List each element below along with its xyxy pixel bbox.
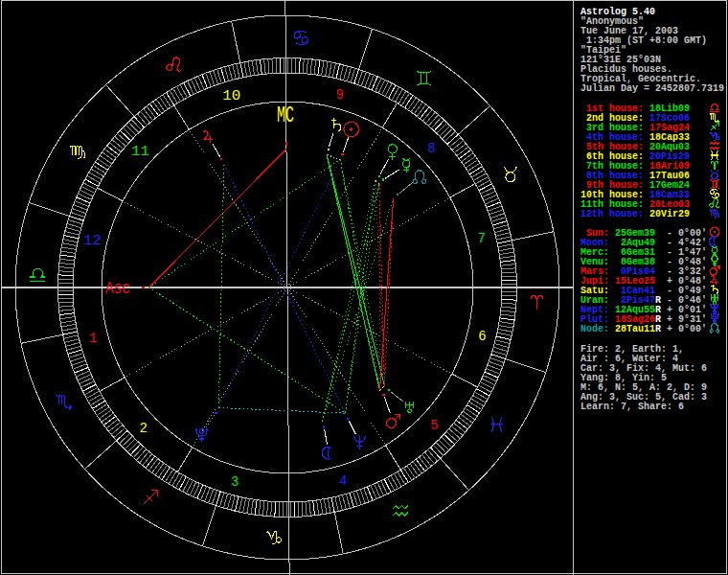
svg-text:Asc: Asc [105,278,130,299]
svg-text:Learn: 7, Share: 6: Learn: 7, Share: 6 [580,402,684,412]
svg-text:12th house: 20Vir29: 12th house: 20Vir29 [580,209,690,219]
svg-text:12: 12 [83,233,102,248]
svg-text:2: 2 [139,421,147,436]
svg-text:4: 4 [339,473,347,489]
svg-text:6: 6 [478,329,486,344]
svg-text:5: 5 [430,418,438,433]
svg-text:8: 8 [427,141,435,156]
svg-text:11: 11 [131,144,149,159]
svg-text:10: 10 [222,88,240,104]
svg-text:7: 7 [478,231,486,246]
svg-text:9: 9 [336,87,344,103]
svg-text:3: 3 [231,474,239,490]
svg-text:MC: MC [277,104,294,128]
svg-text:1: 1 [89,331,97,346]
svg-text:Node: 28Tau11R + 0°00': Node: 28Tau11R + 0°00' [580,324,707,334]
svg-text:Julian Day = 2452807.7319: Julian Day = 2452807.7319 [580,83,724,94]
